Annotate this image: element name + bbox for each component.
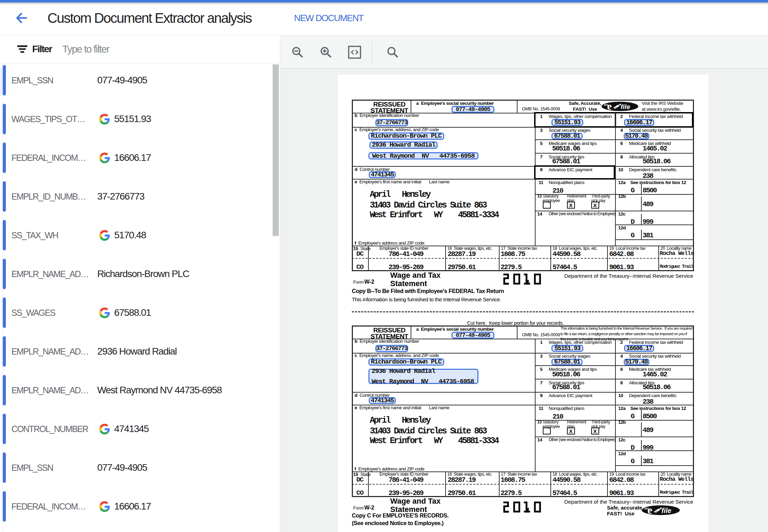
svg-text:e: e xyxy=(607,102,612,111)
svg-text:file: file xyxy=(621,103,630,110)
svg-text:file: file xyxy=(661,507,671,514)
svg-text:e: e xyxy=(648,504,652,516)
